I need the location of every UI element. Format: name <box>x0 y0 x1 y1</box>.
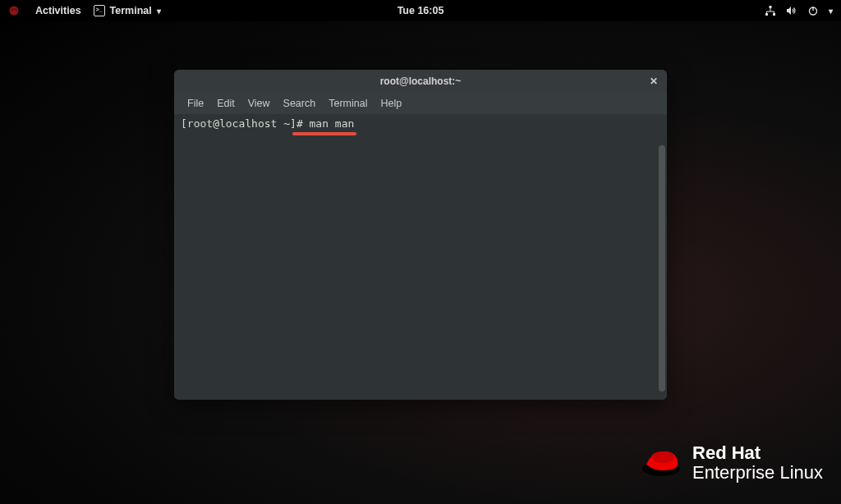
svg-rect-1 <box>770 6 772 8</box>
titlebar[interactable]: root@localhost:~ ✕ <box>174 70 667 93</box>
activities-button[interactable]: Activities <box>35 5 81 16</box>
app-menu-label: Terminal <box>110 5 152 16</box>
redhat-icon <box>640 445 682 481</box>
chevron-down-icon[interactable]: ▾ <box>829 7 833 16</box>
menu-view[interactable]: View <box>241 98 277 109</box>
power-icon[interactable] <box>807 5 819 16</box>
terminal-body[interactable]: [root@localhost ~]# man man <box>174 114 667 400</box>
menu-edit[interactable]: Edit <box>210 98 241 109</box>
close-button[interactable]: ✕ <box>647 75 660 88</box>
app-menu[interactable]: >_ Terminal ▾ <box>94 5 161 16</box>
svg-point-7 <box>651 451 674 463</box>
volume-icon[interactable] <box>786 5 797 16</box>
window-title: root@localhost:~ <box>380 76 462 87</box>
terminal-prompt: [root@localhost ~]# <box>181 117 310 130</box>
svg-rect-3 <box>773 13 775 16</box>
terminal-app-icon: >_ <box>94 5 105 16</box>
brand-logo: Red Hat Enterprise Linux <box>640 443 823 483</box>
top-bar: Activities >_ Terminal ▾ Tue 16:05 ▾ <box>0 0 841 21</box>
menu-help[interactable]: Help <box>374 98 408 109</box>
brand-subtitle: Enterprise Linux <box>692 463 823 483</box>
terminal-window: root@localhost:~ ✕ File Edit View Search… <box>174 70 667 400</box>
annotation-underline <box>292 132 356 135</box>
network-icon[interactable] <box>765 5 776 16</box>
terminal-command: man man <box>310 117 355 130</box>
clock[interactable]: Tue 16:05 <box>398 5 444 16</box>
chevron-down-icon: ▾ <box>157 7 161 16</box>
menu-terminal[interactable]: Terminal <box>322 98 374 109</box>
menubar: File Edit View Search Terminal Help <box>174 93 667 114</box>
distro-logo-icon <box>8 5 20 16</box>
brand-title: Red Hat <box>692 443 823 463</box>
svg-rect-2 <box>765 13 768 16</box>
menu-file[interactable]: File <box>181 98 210 109</box>
menu-search[interactable]: Search <box>277 98 323 109</box>
scrollbar[interactable] <box>659 145 665 392</box>
